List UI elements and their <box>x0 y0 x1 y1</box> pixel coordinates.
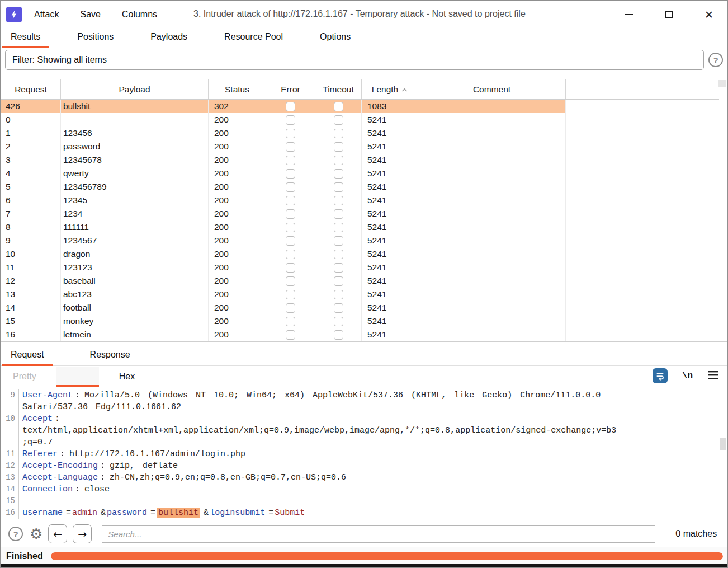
table-row[interactable]: 16letmein2005241 <box>1 328 566 341</box>
gear-icon[interactable]: ⚙ <box>30 527 42 541</box>
timeout-checkbox[interactable] <box>334 263 343 273</box>
menu-attack[interactable]: Attack <box>34 10 59 20</box>
tab-response[interactable]: Response <box>81 346 139 365</box>
error-checkbox[interactable] <box>286 129 295 138</box>
table-row[interactable]: 11234562005241 <box>1 126 566 140</box>
table-row[interactable]: 6123452005241 <box>1 194 566 207</box>
table-row[interactable]: 4qwerty2005241 <box>1 167 566 180</box>
column-header-request[interactable]: Request <box>1 79 61 99</box>
cell-status: 302 <box>209 100 266 113</box>
next-match-button[interactable]: → <box>73 524 92 543</box>
cell-error <box>266 207 315 220</box>
column-header-status[interactable]: Status <box>209 79 266 99</box>
table-row[interactable]: 81111112005241 <box>1 220 566 234</box>
maximize-button[interactable] <box>664 10 674 20</box>
menu-icon[interactable] <box>707 370 718 382</box>
error-checkbox[interactable] <box>286 250 295 259</box>
subtab-pretty[interactable]: Pretty <box>11 367 39 387</box>
table-row[interactable]: 13abc1232005241 <box>1 288 566 301</box>
word-wrap-icon[interactable] <box>653 368 668 383</box>
error-checkbox[interactable] <box>286 182 295 192</box>
table-row[interactable]: 2password2005241 <box>1 140 566 153</box>
token-plain: http://172.16.1.167/admin/login.php <box>69 449 245 459</box>
table-row[interactable]: 3123456782005241 <box>1 153 566 167</box>
table-row[interactable]: 15monkey2005241 <box>1 314 566 328</box>
tab-options[interactable]: Options <box>311 29 360 48</box>
timeout-checkbox[interactable] <box>334 330 343 340</box>
tab-positions[interactable]: Positions <box>68 29 122 48</box>
timeout-checkbox[interactable] <box>334 115 343 125</box>
error-checkbox[interactable] <box>286 169 295 179</box>
editor-scrollbar[interactable] <box>720 438 726 450</box>
timeout-checkbox[interactable] <box>334 129 343 138</box>
error-checkbox[interactable] <box>286 276 295 286</box>
menu-columns[interactable]: Columns <box>122 10 157 20</box>
error-checkbox[interactable] <box>286 142 295 152</box>
cell-status: 200 <box>209 153 266 167</box>
timeout-checkbox[interactable] <box>334 196 343 205</box>
error-checkbox[interactable] <box>286 303 295 313</box>
table-row[interactable]: 10dragon2005241 <box>1 247 566 261</box>
timeout-checkbox[interactable] <box>334 209 343 219</box>
tab-payloads[interactable]: Payloads <box>141 29 196 48</box>
token-pvalhl: bullshit <box>157 508 200 518</box>
timeout-checkbox[interactable] <box>334 223 343 232</box>
column-header-comment[interactable]: Comment <box>418 79 566 99</box>
cell-comment <box>418 261 566 274</box>
timeout-checkbox[interactable] <box>334 156 343 165</box>
timeout-checkbox[interactable] <box>334 182 343 192</box>
tab-results[interactable]: Results <box>2 29 49 48</box>
filter-bar[interactable]: Filter: Showing all items <box>5 50 704 70</box>
close-button[interactable]: ✕ <box>704 10 714 20</box>
timeout-checkbox[interactable] <box>334 250 343 259</box>
search-input[interactable] <box>102 525 655 543</box>
subtab-hex[interactable]: Hex <box>117 367 137 387</box>
error-checkbox[interactable] <box>286 102 295 111</box>
error-checkbox[interactable] <box>286 115 295 125</box>
column-header-length[interactable]: Length <box>362 79 418 99</box>
error-checkbox[interactable] <box>286 236 295 246</box>
menu-save[interactable]: Save <box>80 10 100 20</box>
timeout-checkbox[interactable] <box>334 290 343 299</box>
filter-help-icon[interactable]: ? <box>708 53 723 67</box>
previous-match-button[interactable]: ← <box>48 524 67 543</box>
newline-toggle-icon[interactable]: \n <box>682 371 693 381</box>
cell-length: 5241 <box>362 220 418 234</box>
error-checkbox[interactable] <box>286 209 295 219</box>
column-header-timeout[interactable]: Timeout <box>315 79 362 99</box>
error-checkbox[interactable] <box>286 263 295 273</box>
table-row[interactable]: 712342005241 <box>1 207 566 220</box>
table-row[interactable]: 02005241 <box>1 113 566 126</box>
tab-request[interactable]: Request <box>2 346 53 365</box>
timeout-checkbox[interactable] <box>334 276 343 286</box>
table-row[interactable]: 426bullshit3021083 <box>1 100 566 113</box>
cell-error <box>266 113 315 126</box>
error-checkbox[interactable] <box>286 317 295 326</box>
cell-comment <box>418 314 566 328</box>
cell-error <box>266 140 315 153</box>
timeout-checkbox[interactable] <box>334 169 343 179</box>
table-row[interactable]: 14football2005241 <box>1 301 566 314</box>
search-help-icon[interactable]: ? <box>8 527 23 541</box>
timeout-checkbox[interactable] <box>334 142 343 152</box>
error-checkbox[interactable] <box>286 156 295 165</box>
minimize-button[interactable] <box>623 10 634 20</box>
table-row[interactable]: 51234567892005241 <box>1 180 566 194</box>
timeout-checkbox[interactable] <box>334 317 343 326</box>
column-header-payload[interactable]: Payload <box>61 79 209 99</box>
request-editor[interactable]: 9User-Agent:Mozilla/5.0 (Windows NT 10.0… <box>1 388 727 520</box>
column-header-error[interactable]: Error <box>266 79 315 99</box>
error-checkbox[interactable] <box>286 330 295 340</box>
error-checkbox[interactable] <box>286 223 295 232</box>
timeout-checkbox[interactable] <box>334 102 343 111</box>
error-checkbox[interactable] <box>286 290 295 299</box>
table-row[interactable]: 912345672005241 <box>1 234 566 247</box>
tab-resource-pool[interactable]: Resource Pool <box>215 29 292 48</box>
error-checkbox[interactable] <box>286 196 295 205</box>
cell-payload: letmein <box>61 328 209 341</box>
subtab-raw[interactable] <box>56 367 99 387</box>
table-row[interactable]: 12baseball2005241 <box>1 274 566 288</box>
timeout-checkbox[interactable] <box>334 303 343 313</box>
timeout-checkbox[interactable] <box>334 236 343 246</box>
table-row[interactable]: 111231232005241 <box>1 261 566 274</box>
